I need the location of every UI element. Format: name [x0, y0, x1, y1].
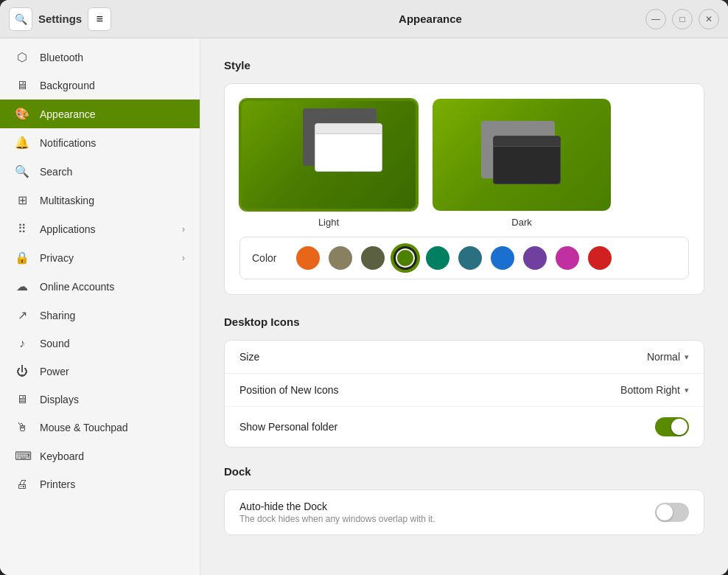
color-swatch-dark-teal[interactable] — [458, 246, 482, 270]
sidebar-item-online-accounts[interactable]: ☁ Online Accounts — [0, 272, 200, 301]
show-personal-toggle[interactable] — [655, 417, 689, 436]
search-icon: 🔍 — [15, 13, 27, 25]
sidebar-item-label: Applications — [40, 223, 172, 235]
menu-button[interactable]: ≡ — [88, 7, 111, 31]
multitasking-icon: ⊞ — [15, 193, 29, 207]
appearance-icon: 🎨 — [15, 107, 29, 121]
sidebar-item-notifications[interactable]: 🔔 Notifications — [0, 128, 200, 157]
dark-style-card[interactable] — [433, 99, 611, 211]
search-button[interactable]: 🔍 — [9, 7, 32, 31]
toggle-knob — [671, 419, 687, 435]
size-label: Size — [239, 351, 259, 363]
color-swatch-teal[interactable] — [426, 246, 449, 270]
chevron-right-icon: › — [182, 253, 185, 263]
sidebar-item-label: Mouse & Touchpad — [40, 422, 185, 433]
sidebar-item-label: Sharing — [40, 310, 185, 321]
color-swatch-pink[interactable] — [556, 246, 579, 270]
color-swatch-olive[interactable] — [361, 246, 385, 270]
minimize-icon: — — [651, 14, 660, 24]
bluetooth-icon: ⬡ — [15, 50, 29, 64]
settings-label: Settings — [38, 13, 82, 25]
color-label: Color — [252, 252, 284, 264]
titlebar: 🔍 Settings ≡ Appearance — □ ✕ — [0, 0, 728, 38]
applications-icon: ⠿ — [15, 222, 29, 236]
mouse-icon: 🖱 — [15, 421, 29, 434]
dock-title: Dock — [224, 465, 704, 478]
keyboard-icon: ⌨ — [15, 449, 29, 463]
sidebar-item-sharing[interactable]: ↗ Sharing — [0, 301, 200, 330]
light-label: Light — [318, 217, 339, 228]
light-style-card[interactable] — [239, 99, 418, 211]
main-content: Style — [200, 38, 728, 575]
position-row: Position of New Icons Bottom Right ▾ — [225, 374, 704, 407]
style-section-title: Style — [224, 59, 704, 72]
style-section: Style — [224, 59, 704, 295]
window-title: Appearance — [215, 13, 645, 25]
autohide-label: Auto-hide the Dock — [239, 501, 435, 512]
autohide-row: Auto-hide the Dock The dock hides when a… — [225, 490, 704, 534]
size-value: Normal — [647, 351, 680, 363]
autohide-toggle[interactable] — [655, 503, 689, 522]
desktop-icons-title: Desktop Icons — [224, 316, 704, 328]
size-row: Size Normal ▾ — [225, 341, 704, 374]
position-label: Position of New Icons — [239, 384, 339, 396]
sidebar-item-printers[interactable]: 🖨 Printers — [0, 470, 200, 498]
autohide-label-group: Auto-hide the Dock The dock hides when a… — [239, 501, 435, 524]
sidebar-item-sound[interactable]: ♪ Sound — [0, 330, 200, 358]
privacy-icon: 🔒 — [15, 251, 29, 265]
color-swatch-red[interactable] — [588, 246, 612, 270]
color-swatch-tan[interactable] — [329, 246, 352, 270]
sidebar-item-label: Online Accounts — [40, 281, 185, 293]
sidebar-item-keyboard[interactable]: ⌨ Keyboard — [0, 442, 200, 470]
style-cards: Light — [239, 99, 689, 228]
maximize-button[interactable]: □ — [672, 9, 693, 29]
window-controls: — □ ✕ — [645, 9, 719, 29]
dock-section: Dock Auto-hide the Dock The dock hides w… — [224, 465, 704, 535]
dark-preview-windows — [474, 114, 570, 195]
sidebar-item-label: Search — [40, 166, 185, 178]
background-icon: 🖥 — [15, 79, 29, 92]
color-swatch-blue[interactable] — [491, 246, 514, 270]
sidebar-item-label: Printers — [40, 478, 185, 490]
sharing-icon: ↗ — [15, 308, 29, 322]
color-swatch-orange[interactable] — [296, 246, 320, 270]
style-card-container: Light — [224, 83, 704, 295]
online-accounts-icon: ☁ — [15, 279, 29, 293]
desktop-icons-card: Size Normal ▾ Position of New Icons Bott… — [224, 340, 704, 447]
sidebar-item-label: Background — [40, 80, 185, 91]
close-button[interactable]: ✕ — [699, 9, 719, 29]
sidebar-item-multitasking[interactable]: ⊞ Multitasking — [0, 186, 200, 215]
search-icon: 🔍 — [15, 164, 29, 178]
chevron-down-icon: ▾ — [685, 386, 689, 395]
sidebar-item-bluetooth[interactable]: ⬡ Bluetooth — [0, 43, 200, 72]
chevron-right-icon: › — [182, 224, 185, 234]
light-style-wrapper: Light — [239, 99, 418, 228]
sidebar-item-privacy[interactable]: 🔒 Privacy › — [0, 243, 200, 272]
settings-window: 🔍 Settings ≡ Appearance — □ ✕ ⬡ — [0, 0, 728, 575]
sidebar-item-label: Appearance — [40, 108, 185, 120]
desktop-icons-section: Desktop Icons Size Normal ▾ Position of … — [224, 316, 704, 447]
sidebar-item-mouse-touchpad[interactable]: 🖱 Mouse & Touchpad — [0, 414, 200, 442]
color-swatch-purple[interactable] — [523, 246, 547, 270]
sidebar-item-appearance[interactable]: 🎨 Appearance — [0, 100, 200, 128]
power-icon: ⏻ — [15, 365, 29, 378]
color-swatch-green[interactable] — [393, 246, 417, 270]
sidebar-item-label: Bluetooth — [40, 52, 185, 63]
sidebar-item-displays[interactable]: 🖥 Displays — [0, 386, 200, 414]
sidebar-item-power[interactable]: ⏻ Power — [0, 358, 200, 386]
toggle-knob — [657, 504, 673, 520]
sound-icon: ♪ — [15, 337, 29, 350]
size-select[interactable]: Normal ▾ — [647, 351, 689, 363]
sidebar-item-search[interactable]: 🔍 Search — [0, 157, 200, 186]
minimize-button[interactable]: — — [645, 9, 666, 29]
maximize-icon: □ — [679, 14, 685, 24]
menu-icon: ≡ — [97, 13, 103, 26]
sidebar-item-applications[interactable]: ⠿ Applications › — [0, 215, 200, 243]
show-personal-row: Show Personal folder — [225, 407, 704, 447]
sidebar-item-label: Multitasking — [40, 195, 185, 206]
position-value: Bottom Right — [620, 384, 680, 396]
position-select[interactable]: Bottom Right ▾ — [620, 384, 689, 396]
sidebar-item-background[interactable]: 🖥 Background — [0, 72, 200, 100]
sidebar-item-label: Privacy — [40, 252, 172, 264]
content-area: ⬡ Bluetooth 🖥 Background 🎨 Appearance 🔔 … — [0, 38, 728, 575]
